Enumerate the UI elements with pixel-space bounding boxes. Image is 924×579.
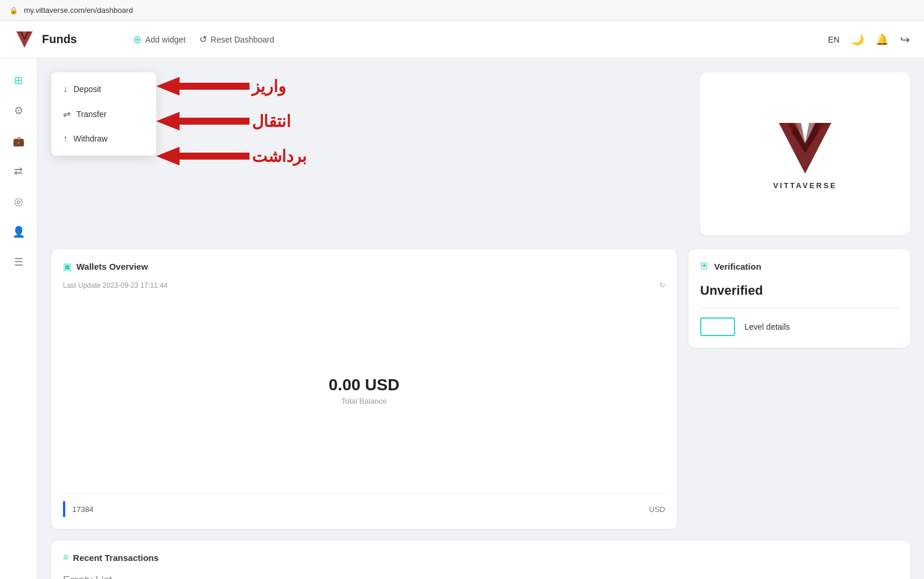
transactions-icon: ≡ — [63, 552, 68, 563]
browser-bar: 🔒 my.vittaverse.com/en/dashboard — [0, 0, 924, 21]
chart-bar-area: 17384 USD — [63, 493, 665, 517]
dropdown-menu: ↓ Deposit ⇌ Transfer ↑ Withdraw — [51, 72, 156, 156]
sidebar-item-globe[interactable]: ◎ — [6, 189, 31, 214]
reset-icon: ↺ — [199, 34, 207, 45]
refresh-icon[interactable]: ↻ — [659, 281, 665, 290]
transactions-card: ≡ Recent Transactions Empty List See Ful… — [51, 541, 910, 579]
nav-right: EN 🌙 🔔 ↪ — [828, 33, 910, 47]
brand-logo — [14, 29, 35, 50]
page-title: Funds — [42, 33, 77, 46]
balance-amount: 0.00 USD — [329, 376, 399, 394]
lock-icon: 🔒 — [9, 6, 18, 15]
transfer-icon: ⇌ — [63, 108, 71, 119]
add-widget-button[interactable]: ⊕ Add widget — [133, 33, 185, 46]
svg-marker-6 — [156, 147, 250, 165]
globe-icon: ◎ — [14, 195, 23, 208]
last-update-row: Last Update 2023-09-23 17:11:44 ↻ — [63, 281, 665, 290]
moon-icon: 🌙 — [851, 33, 864, 46]
transfer-label: Transfer — [76, 110, 107, 119]
reset-dashboard-button[interactable]: ↺ Reset Dashboard — [199, 34, 274, 45]
verification-card: ⛨ Verification Unverified Level details — [688, 249, 910, 348]
logout-icon: ↪ — [900, 33, 910, 47]
sidebar: ⊞ ⚙ 💼 ⇄ ◎ 👤 ☰ — [0, 58, 37, 579]
transfer-arrow — [156, 112, 250, 130]
bar-value: 17384 — [72, 505, 642, 514]
wallets-title: Wallets Overview — [76, 262, 148, 271]
divider — [700, 308, 898, 308]
brand-logo-card: VITTAVERSE — [700, 72, 910, 235]
empty-list-text: Empty List — [63, 574, 898, 579]
transfer-menu-item[interactable]: ⇌ Transfer — [51, 101, 156, 126]
withdraw-icon: ↑ — [63, 133, 68, 144]
level-area: Level details — [700, 317, 898, 336]
sidebar-item-user[interactable]: 👤 — [6, 219, 31, 245]
sidebar-item-transfer[interactable]: ⇄ — [6, 158, 31, 184]
bar-indicator — [63, 501, 65, 517]
wallets-icon: ▣ — [63, 261, 72, 272]
level-details-label: Level details — [744, 322, 790, 331]
wallets-card-header: ▣ Wallets Overview — [63, 261, 665, 272]
dashboard-grid: ▣ Wallets Overview Last Update 2023-09-2… — [51, 249, 910, 529]
right-column: ⛨ Verification Unverified Level details — [688, 249, 910, 529]
settings-icon: ⚙ — [14, 104, 23, 117]
notifications-button[interactable]: 🔔 — [876, 33, 888, 46]
svg-marker-4 — [156, 77, 250, 96]
last-update-text: Last Update 2023-09-23 17:11:44 — [63, 281, 167, 290]
deposit-icon: ↓ — [63, 84, 68, 94]
logout-button[interactable]: ↪ — [900, 33, 910, 47]
deposit-annotation: واریز — [252, 77, 286, 96]
transfer-icon: ⇄ — [14, 165, 23, 178]
verification-title: Verification — [714, 262, 761, 271]
sidebar-item-settings[interactable]: ⚙ — [6, 98, 31, 123]
level-box — [700, 317, 735, 336]
balance-center: 0.00 USD Total Balance — [63, 299, 665, 482]
svg-marker-5 — [156, 112, 250, 130]
logo-area: Funds — [14, 29, 119, 50]
dark-mode-button[interactable]: 🌙 — [851, 33, 864, 46]
nav-actions: ⊕ Add widget ↺ Reset Dashboard — [133, 33, 274, 46]
withdraw-annotation: برداشت — [252, 147, 307, 166]
withdraw-label: Withdraw — [73, 134, 107, 143]
user-icon: 👤 — [12, 225, 25, 238]
bell-icon: 🔔 — [876, 33, 888, 46]
deposit-menu-item[interactable]: ↓ Deposit — [51, 77, 156, 101]
content-area: ↓ Deposit ⇌ Transfer ↑ Withdraw — [37, 58, 924, 579]
language-button[interactable]: EN — [828, 35, 839, 44]
list-icon: ☰ — [14, 256, 23, 269]
url-bar: my.vittaverse.com/en/dashboard — [24, 6, 133, 15]
transactions-title: Recent Transactions — [73, 553, 159, 563]
unverified-status: Unverified — [700, 283, 898, 298]
transactions-header: ≡ Recent Transactions — [63, 552, 898, 563]
add-circle-icon: ⊕ — [133, 33, 142, 46]
wallet-icon: 💼 — [13, 136, 24, 147]
deposit-arrow — [156, 77, 250, 96]
dashboard-icon: ⊞ — [14, 74, 23, 87]
withdraw-arrow — [156, 147, 250, 165]
top-nav: Funds ⊕ Add widget ↺ Reset Dashboard EN … — [0, 21, 924, 58]
balance-label: Total Balance — [341, 397, 387, 405]
sidebar-item-wallet[interactable]: 💼 — [6, 128, 31, 154]
shield-icon: ⛨ — [700, 261, 709, 271]
vittaverse-logo-large — [773, 118, 837, 176]
deposit-label: Deposit — [73, 84, 101, 94]
sidebar-item-list[interactable]: ☰ — [6, 249, 31, 275]
sidebar-item-dashboard[interactable]: ⊞ — [6, 68, 31, 93]
bar-currency: USD — [649, 505, 665, 514]
main-layout: ⊞ ⚙ 💼 ⇄ ◎ 👤 ☰ ↓ Deposit — [0, 58, 924, 579]
wallets-overview-card: ▣ Wallets Overview Last Update 2023-09-2… — [51, 249, 677, 529]
verification-header: ⛨ Verification — [700, 261, 898, 271]
withdraw-menu-item[interactable]: ↑ Withdraw — [51, 126, 156, 151]
transfer-annotation: انتقال — [252, 112, 291, 131]
brand-name: VITTAVERSE — [773, 181, 837, 190]
